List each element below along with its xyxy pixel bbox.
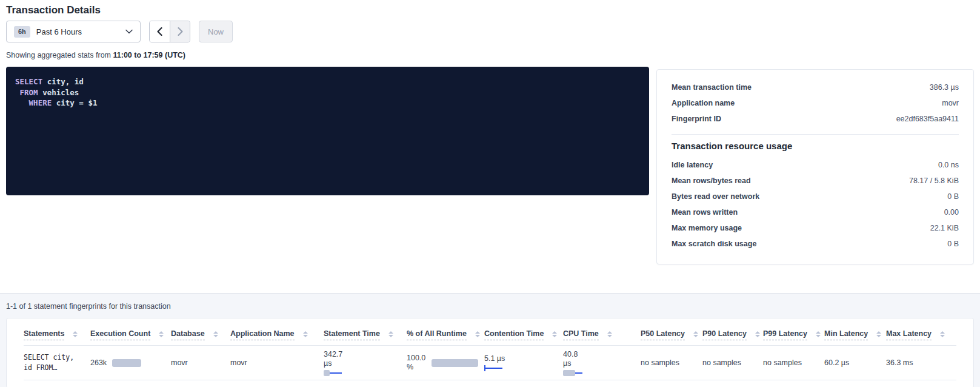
cpu-time-cell: 40.8 µs <box>563 350 641 376</box>
time-range-dropdown[interactable]: 6h Past 6 Hours <box>6 21 141 42</box>
column-header-label: Execution Count <box>90 329 150 340</box>
column-header-label: Statement Time <box>324 329 380 340</box>
detail-row: Max memory usage22.1 KiB <box>672 220 959 236</box>
detail-label: Fingerprint ID <box>672 115 721 123</box>
sort-icon <box>940 331 945 337</box>
execution-count-bar <box>112 359 141 367</box>
table-row: SELECT city, id FROM… 263k movr movr 342… <box>24 346 956 380</box>
detail-value: 78.17 / 5.8 KiB <box>909 177 959 185</box>
statement-link[interactable]: SELECT city, id FROM… <box>24 352 74 373</box>
sql-line: SELECT city, id <box>15 76 640 87</box>
column-header-of-all-runtime[interactable]: % of All Runtime <box>407 329 484 340</box>
detail-label: Bytes read over network <box>672 192 759 201</box>
now-button[interactable]: Now <box>199 21 233 42</box>
column-header-min-latency[interactable]: Min Latency <box>824 329 886 340</box>
column-header-label: P99 Latency <box>763 329 807 340</box>
chevron-right-icon <box>178 27 183 36</box>
column-header-label: Application Name <box>230 329 295 340</box>
chevron-left-icon <box>157 27 162 36</box>
min-latency-cell: 60.2 µs <box>824 358 886 367</box>
previous-range-button[interactable] <box>150 21 170 42</box>
application-name-cell: movr <box>230 358 324 367</box>
sort-icon <box>876 331 881 337</box>
column-header-statement-time[interactable]: Statement Time <box>324 329 407 340</box>
sql-line: FROM vehicles <box>15 87 640 98</box>
sort-icon <box>693 331 698 337</box>
column-header-label: Statements <box>24 329 64 340</box>
mean-bar <box>324 370 330 376</box>
detail-label: Application name <box>672 99 735 107</box>
statement-time-unit: µs <box>324 359 342 368</box>
column-header-p50-latency[interactable]: P50 Latency <box>641 329 702 340</box>
sort-icon <box>475 331 480 337</box>
p50-latency-cell: no samples <box>641 358 702 367</box>
column-header-label: CPU Time <box>563 329 599 340</box>
column-header-label: Max Latency <box>886 329 932 340</box>
p99-latency-cell: no samples <box>763 358 824 367</box>
column-header-database[interactable]: Database <box>171 329 230 340</box>
detail-value: 22.1 KiB <box>930 224 959 232</box>
detail-value: movr <box>942 99 959 107</box>
column-header-contention-time[interactable]: Contention Time <box>484 329 563 340</box>
caption-time-range: 11:00 to 17:59 (UTC) <box>113 51 185 59</box>
sort-icon <box>159 331 164 337</box>
detail-value: 0.00 <box>944 208 959 217</box>
contention-time-value: 5.1 µs <box>484 354 505 363</box>
column-header-execution-count[interactable]: Execution Count <box>90 329 171 340</box>
table-header-row: StatementsExecution CountDatabaseApplica… <box>24 329 956 346</box>
divider <box>672 134 959 135</box>
resource-usage-title: Transaction resource usage <box>672 141 959 151</box>
runtime-pct-unit: % <box>407 363 425 372</box>
stdev-line <box>484 368 502 369</box>
caption-prefix: Showing aggregated stats from <box>6 51 113 59</box>
contention-time-cell: 5.1 µs <box>484 354 563 371</box>
statement-time-bar-chart <box>324 370 342 376</box>
runtime-pct-value: 100.0 <box>407 354 425 363</box>
time-toolbar: 6h Past 6 Hours Now <box>6 21 974 42</box>
statements-section: 1-1 of 1 statement fingerprints for this… <box>0 293 980 387</box>
detail-label: Idle latency <box>672 161 713 169</box>
transaction-details-page: Transaction Details 6h Past 6 Hours Now … <box>0 0 980 264</box>
sort-icon <box>388 331 393 337</box>
detail-label: Mean rows written <box>672 208 738 217</box>
sort-icon <box>73 331 78 337</box>
execution-count-cell: 263k <box>90 358 171 367</box>
sort-icon <box>816 331 821 337</box>
column-header-label: Min Latency <box>824 329 868 340</box>
column-header-max-latency[interactable]: Max Latency <box>886 329 953 340</box>
column-header-application-name[interactable]: Application Name <box>230 329 324 340</box>
statement-time-cell: 342.7 µs <box>324 350 407 376</box>
next-range-button[interactable] <box>170 21 190 42</box>
aggregated-stats-caption: Showing aggregated stats from 11:00 to 1… <box>6 51 974 59</box>
detail-row: Idle latency0.0 ns <box>672 157 959 173</box>
transaction-details-card: Mean transaction time386.3 µsApplication… <box>656 69 974 264</box>
statements-table: StatementsExecution CountDatabaseApplica… <box>6 318 974 387</box>
cpu-time-bar-chart <box>563 370 582 376</box>
resource-rows: Idle latency0.0 nsMean rows/bytes read78… <box>672 157 959 252</box>
column-header-p90-latency[interactable]: P90 Latency <box>702 329 763 340</box>
column-header-label: P50 Latency <box>641 329 685 340</box>
statement-time-value: 342.7 <box>324 350 342 359</box>
statements-count-caption: 1-1 of 1 statement fingerprints for this… <box>6 302 974 311</box>
column-header-p99-latency[interactable]: P99 Latency <box>763 329 824 340</box>
column-header-label: P90 Latency <box>702 329 747 340</box>
detail-label: Max memory usage <box>672 224 742 232</box>
detail-row: Mean transaction time386.3 µs <box>672 79 959 95</box>
detail-value: 0 B <box>947 240 959 248</box>
sort-icon <box>552 331 557 337</box>
page-title: Transaction Details <box>6 4 974 17</box>
column-header-cpu-time[interactable]: CPU Time <box>563 329 641 340</box>
detail-value: 0 B <box>947 192 959 201</box>
time-range-label: Past 6 Hours <box>36 27 82 36</box>
chevron-down-icon <box>125 29 133 34</box>
detail-value: ee2df683f5aa9411 <box>896 115 959 123</box>
runtime-pct-bar <box>432 359 478 367</box>
database-cell: movr <box>171 358 230 367</box>
detail-value: 0.0 ns <box>938 161 959 169</box>
column-header-statements[interactable]: Statements <box>24 329 90 340</box>
p90-latency-cell: no samples <box>702 358 763 367</box>
sort-icon <box>607 331 612 337</box>
runtime-pct-cell: 100.0 % <box>407 354 484 372</box>
sql-statement-box: SELECT city, id FROM vehicles WHERE city… <box>6 67 649 195</box>
cpu-time-value: 40.8 <box>563 350 582 359</box>
